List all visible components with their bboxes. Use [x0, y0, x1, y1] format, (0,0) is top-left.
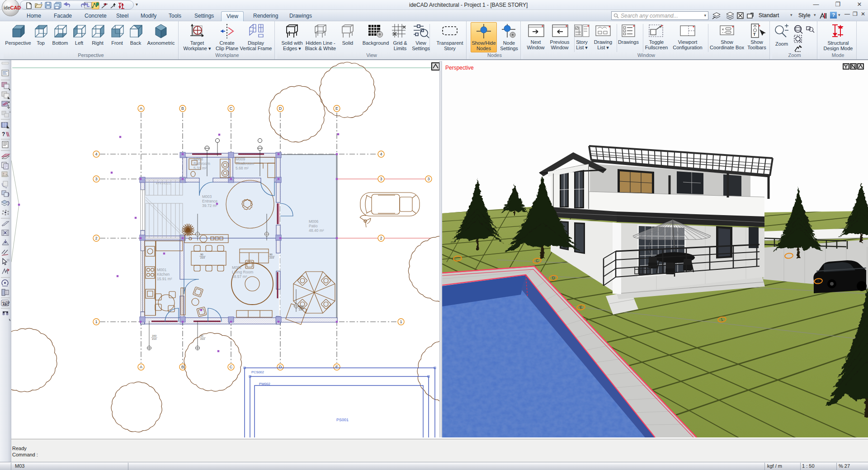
svg-text:C: C: [230, 106, 233, 111]
svg-text:210: 210: [269, 256, 274, 259]
svg-text:210: 210: [152, 338, 157, 340]
svg-text:E: E: [335, 365, 338, 369]
svg-text:A: A: [140, 365, 142, 369]
svg-text:Bathroom: Bathroom: [193, 161, 210, 166]
svg-text:39.72 m²: 39.72 m²: [202, 203, 217, 208]
svg-text:M003: M003: [202, 194, 212, 199]
svg-text:Kitchen: Kitchen: [157, 272, 170, 277]
svg-text:Living Room: Living Room: [232, 270, 253, 274]
svg-text:38.57 m²: 38.57 m²: [232, 274, 247, 279]
svg-text:1: 1: [95, 320, 97, 324]
svg-text:C: C: [230, 365, 233, 369]
svg-text:E: E: [335, 106, 338, 111]
svg-text:Cloakroom: Cloakroom: [236, 161, 254, 166]
svg-text:M002: M002: [232, 265, 242, 270]
svg-text:Patio: Patio: [309, 224, 318, 228]
svg-text:D: D: [279, 106, 282, 111]
svg-text:4 7 4 5 4 3 2 1: 4 7 4 5 4 3 2 1: [156, 182, 170, 185]
svg-text:2: 2: [95, 236, 97, 240]
svg-text:M001: M001: [157, 268, 167, 272]
svg-text:ABC: ABC: [3, 303, 9, 306]
svg-text:210: 210: [299, 308, 304, 311]
svg-text:210: 210: [200, 256, 205, 259]
svg-text:90: 90: [200, 253, 203, 256]
svg-text:M008: M008: [193, 157, 203, 161]
svg-text:T: T: [753, 32, 756, 37]
svg-text:Entrance: Entrance: [202, 199, 217, 203]
svg-text:PW002: PW002: [259, 382, 270, 386]
svg-text:M009: M009: [236, 157, 245, 161]
svg-text:160: 160: [152, 334, 157, 337]
svg-text:90: 90: [200, 334, 203, 337]
svg-text:5.68 m²: 5.68 m²: [236, 166, 249, 170]
svg-text:210: 210: [200, 338, 205, 340]
svg-text:A: A: [140, 106, 142, 111]
svg-text:B: B: [181, 365, 184, 369]
svg-text:48.40 m²: 48.40 m²: [309, 228, 324, 233]
svg-text:4: 4: [95, 152, 97, 156]
svg-text:5.31 m²: 5.31 m²: [193, 166, 207, 170]
svg-text:PS001: PS001: [336, 418, 349, 422]
svg-text:3: 3: [95, 177, 97, 181]
svg-text:M006: M006: [309, 219, 319, 224]
svg-text:PCS002: PCS002: [251, 370, 264, 374]
svg-text:3: 3: [380, 177, 382, 181]
svg-text:D: D: [279, 365, 282, 369]
svg-text:15.91 m²: 15.91 m²: [157, 277, 172, 281]
svg-text:300: 300: [299, 305, 304, 308]
svg-text:B: B: [181, 106, 184, 111]
svg-text:2: 2: [380, 236, 382, 240]
svg-text:4: 4: [380, 152, 382, 156]
svg-text:3: 3: [427, 177, 429, 181]
svg-text:90: 90: [269, 253, 273, 256]
svg-text:1: 1: [400, 320, 402, 324]
svg-text:?: ?: [2, 131, 5, 137]
